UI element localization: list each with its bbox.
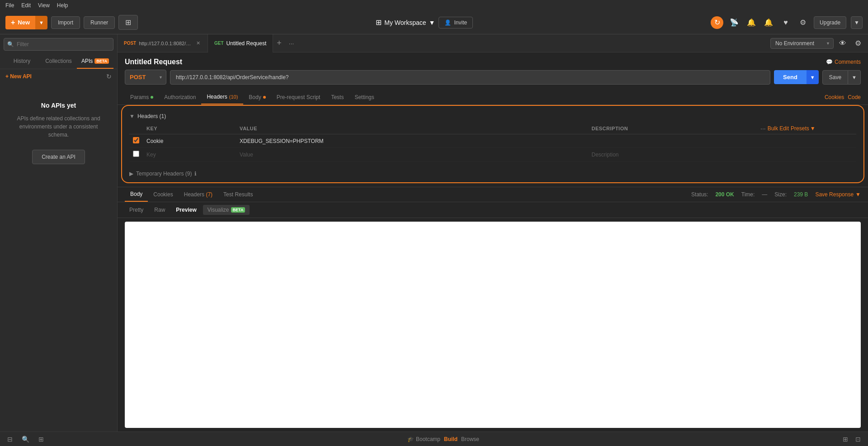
bottom-split-button[interactable]: ⊡ xyxy=(854,436,863,443)
tabs-bar-right: No Environment 👁 ⚙ xyxy=(770,37,868,50)
req-tab-tests[interactable]: Tests xyxy=(326,90,349,104)
refresh-button[interactable]: ↻ xyxy=(106,73,112,80)
menu-help[interactable]: Help xyxy=(57,2,68,9)
body-tab-preview[interactable]: Preview xyxy=(171,205,201,215)
eye-button[interactable]: 👁 xyxy=(836,37,849,50)
search-input[interactable] xyxy=(4,38,113,51)
req-tab-prerequest[interactable]: Pre-request Script xyxy=(271,90,326,104)
value-cell[interactable]: XDEBUG_SESSION=PHPSTORM xyxy=(236,134,588,148)
save-button[interactable]: Save xyxy=(822,70,848,85)
sync-button[interactable]: ↻ xyxy=(711,16,723,29)
empty-key-cell[interactable]: Key xyxy=(143,148,236,161)
sidebar-tab-collections[interactable]: Collections xyxy=(40,54,77,69)
empty-value-cell[interactable]: Value xyxy=(236,148,588,161)
size-value: 239 B xyxy=(794,191,808,198)
empty-description-cell[interactable]: Description xyxy=(588,148,757,161)
settings-icon-button[interactable]: ⚙ xyxy=(797,16,809,29)
req-tab-settings[interactable]: Settings xyxy=(349,90,379,104)
headers-section-toggle[interactable]: ▼ Headers (1) xyxy=(129,113,856,119)
checkbox-col-header xyxy=(129,123,143,134)
request-tabs: Params Authorization Headers (10) Body P… xyxy=(118,90,868,105)
save-dropdown-button[interactable]: ▼ xyxy=(848,70,861,85)
response-tabs-bar: Body Cookies Headers (7) Test Results St… xyxy=(118,187,868,202)
response-status-bar: Status: 200 OK Time: — Size: 239 B Save … xyxy=(691,191,861,198)
table-actions: ··· Bulk Edit Presets ▼ xyxy=(760,125,853,132)
sidebar-tab-history[interactable]: History xyxy=(4,54,40,69)
invite-button[interactable]: 👤 Invite xyxy=(439,17,473,28)
tab-post-request[interactable]: POST http://127.0.0.1:8082/api/Ord... ✕ xyxy=(118,34,208,52)
import-button[interactable]: Import xyxy=(51,16,80,29)
sidebar-empty-state: No APIs yet APIs define related collecti… xyxy=(0,84,117,432)
bell-icon-button[interactable]: 🔔 xyxy=(745,16,758,29)
visualize-beta-badge: BETA xyxy=(231,207,245,213)
response-tab-headers[interactable]: Headers (7) xyxy=(179,188,218,201)
req-tab-params[interactable]: Params xyxy=(125,90,159,104)
sidebar-tab-apis[interactable]: APIs BETA xyxy=(77,54,113,69)
bottom-grid-button[interactable]: ⊞ xyxy=(841,436,850,443)
new-api-button[interactable]: + New API xyxy=(5,73,32,80)
create-api-button[interactable]: Create an API xyxy=(32,150,85,164)
req-tab-authorization[interactable]: Authorization xyxy=(159,90,201,104)
new-button[interactable]: + New xyxy=(5,16,35,29)
body-tab-pretty[interactable]: Pretty xyxy=(125,205,148,215)
presets-button[interactable]: Presets ▼ xyxy=(791,125,816,132)
comments-button[interactable]: 💬 Comments xyxy=(826,59,861,65)
bootcamp-button[interactable]: 🎓 Bootcamp xyxy=(407,436,440,442)
build-button[interactable]: Build xyxy=(444,436,458,442)
toolbar-center: ⊞ My Workspace ▼ 👤 Invite xyxy=(142,17,707,28)
empty-row-checkbox[interactable] xyxy=(133,151,139,157)
bulk-edit-button[interactable]: Bulk Edit xyxy=(768,125,789,132)
layout-button[interactable]: ⊞ xyxy=(118,15,138,30)
url-input[interactable] xyxy=(170,70,770,85)
headers-table: KEY VALUE DESCRIPTION ··· Bulk Edit Pres… xyxy=(129,123,856,161)
tab-get-request[interactable]: GET Untitled Request xyxy=(208,34,273,52)
menu-file[interactable]: File xyxy=(5,2,14,9)
notification-icon-button[interactable]: 🔔 xyxy=(762,16,775,29)
upgrade-dropdown[interactable]: ▼ xyxy=(851,16,863,29)
req-tab-body[interactable]: Body xyxy=(243,90,271,104)
row-checkbox[interactable] xyxy=(133,137,139,143)
body-tab-raw[interactable]: Raw xyxy=(150,205,170,215)
send-button[interactable]: Send xyxy=(774,70,807,84)
temporary-headers[interactable]: ▶ Temporary Headers (9) ℹ xyxy=(122,167,863,180)
description-cell[interactable] xyxy=(588,134,757,148)
satellite-icon-button[interactable]: 📡 xyxy=(728,16,741,29)
request-title: Untitled Request xyxy=(125,58,182,66)
table-more-button[interactable]: ··· xyxy=(760,125,766,132)
cookies-link[interactable]: Cookies xyxy=(825,94,844,100)
new-dropdown-button[interactable]: ▼ xyxy=(35,16,47,29)
environment-select[interactable]: No Environment xyxy=(770,38,834,49)
bottom-search-button[interactable]: 🔍 xyxy=(20,436,31,443)
response-tab-cookies[interactable]: Cookies xyxy=(148,188,178,201)
env-settings-button[interactable]: ⚙ xyxy=(852,37,864,50)
runner-button[interactable]: Runner xyxy=(84,16,115,29)
request-header: Untitled Request 💬 Comments xyxy=(118,52,868,70)
req-tab-headers[interactable]: Headers (10) xyxy=(201,90,243,104)
browse-button[interactable]: Browse xyxy=(461,436,479,442)
response-tab-body[interactable]: Body xyxy=(125,187,148,202)
heart-icon-button[interactable]: ♥ xyxy=(779,16,792,29)
post-tab-close[interactable]: ✕ xyxy=(195,40,201,46)
menu-view[interactable]: View xyxy=(38,2,50,9)
bottom-console-button[interactable]: ⊞ xyxy=(37,436,46,443)
search-wrap: 🔍 xyxy=(4,38,113,51)
upgrade-button[interactable]: Upgrade xyxy=(814,16,846,29)
headers-highlight-ring: ▼ Headers (1) KEY VALUE DESCRIPTION ··· xyxy=(121,105,864,183)
params-dot xyxy=(151,96,153,99)
bottom-layout-button[interactable]: ⊟ xyxy=(5,436,14,443)
menu-edit[interactable]: Edit xyxy=(21,2,31,9)
body-tab-visualize[interactable]: Visualize BETA xyxy=(203,205,250,215)
method-select[interactable]: POST GET PUT DELETE PATCH xyxy=(125,70,166,85)
get-tab-label: Untitled Request xyxy=(226,40,267,47)
more-tabs-button[interactable]: ··· xyxy=(285,40,298,47)
code-link[interactable]: Code xyxy=(848,94,861,100)
add-tab-button[interactable]: + xyxy=(273,38,285,48)
send-dropdown-button[interactable]: ▼ xyxy=(807,70,819,84)
menu-bar: File Edit View Help xyxy=(0,0,868,11)
temp-headers-label: Temporary Headers (9) xyxy=(136,171,192,177)
workspace-button[interactable]: ⊞ My Workspace ▼ xyxy=(376,18,435,27)
key-cell[interactable]: Cookie xyxy=(143,134,236,148)
save-response-button[interactable]: Save Response ▼ xyxy=(815,191,861,198)
response-tab-tests[interactable]: Test Results xyxy=(218,188,258,201)
bottom-right: ⊞ ⊡ xyxy=(841,436,863,443)
